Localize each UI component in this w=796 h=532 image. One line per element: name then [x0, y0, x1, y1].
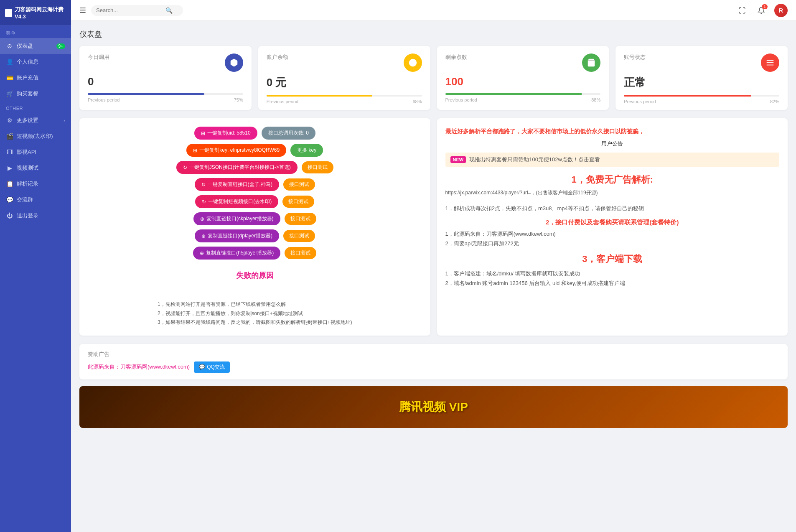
card-header: 账户余额	[267, 53, 422, 72]
tool-row-ckplayer: ⊕ 复制直链接口(ckplayer播放器) 接口测试	[193, 212, 316, 225]
prev-pct: 75%	[234, 97, 243, 102]
avatar[interactable]: R	[774, 4, 788, 17]
point2-1: 1，此源码来自：刀客源码网(www.dkewl.com)	[445, 229, 780, 239]
copy-uid-button[interactable]: ⊞ 一键复制uid: 58510	[194, 127, 257, 140]
test-json-api-button[interactable]: 接口测试	[302, 161, 333, 173]
test-direct-link-button[interactable]: 接口测试	[283, 178, 315, 191]
card-header: 账号状态	[624, 53, 779, 72]
topbar-right: 1 R	[736, 4, 788, 17]
logo-icon	[5, 9, 12, 17]
qq-group-icon: 💬	[6, 196, 13, 204]
sidebar-item-profile[interactable]: 👤 个人信息	[0, 54, 71, 70]
panels-row: ⊞ 一键复制uid: 58510 接口总调用次数: 0 ⊞ 一键复制key: e…	[79, 118, 788, 336]
chevron-right-icon: ›	[64, 118, 65, 123]
tool-row-h5player: ⊕ 复制直链接口(h5player播放器) 接口测试	[193, 247, 316, 260]
card-footer: Previous period 88%	[445, 97, 601, 102]
api-times-button[interactable]: 接口总调用次数: 0	[262, 127, 315, 140]
sidebar-item-movie-api[interactable]: 🎞 影视API	[0, 144, 71, 160]
prev-period-label: Previous period	[445, 97, 477, 102]
prev-period-label: Previous period	[624, 99, 656, 104]
progress-bar-bg	[445, 93, 601, 95]
sidebar-item-qq-group[interactable]: 💬 交流群	[0, 192, 71, 208]
test-watermark-button[interactable]: 接口测试	[282, 196, 314, 208]
failure-item-2: 2，视频能打开，且官方能播放，则你复制json接口+视频地址测试	[158, 309, 352, 318]
stats-grid: 今日调用 0 Previous period 75% 账户余额	[79, 46, 788, 110]
sidebar-item-label: 账户充值	[17, 74, 38, 81]
user-notice: 用户公告	[445, 140, 780, 148]
sidebar-item-label: 退出登录	[17, 212, 38, 219]
notification-icon[interactable]: 1	[755, 4, 768, 17]
expand-icon[interactable]	[736, 4, 748, 17]
sidebar-item-dashboard[interactable]: ⊙ 仪表盘 9+	[0, 38, 71, 54]
sidebar-item-label: 视频测试	[17, 164, 38, 172]
tool-row-key: ⊞ 一键复制key: efnprstvwy8lOQRW69 更换 key	[186, 144, 323, 157]
sidebar-item-label: 短视频(去水印)	[17, 132, 53, 140]
section3-title: 3，客户端下载	[445, 253, 780, 265]
notification-badge: 1	[762, 4, 768, 9]
progress-bar-fill	[445, 93, 582, 95]
direct-link-test: 接口测试	[289, 181, 309, 187]
point3-2: 2，域名/admin 账号admin 123456 后台输入 uid 和key,…	[445, 278, 780, 288]
search-input[interactable]	[96, 7, 163, 13]
copy-json-api-button[interactable]: ↻ 一键复制JSON接口(计费平台对接接口->首选)	[176, 161, 298, 174]
test-h5player-button[interactable]: 接口测试	[285, 247, 316, 259]
video-test-icon: ▶	[6, 164, 13, 172]
json-api-label: 一键复制JSON接口(计费平台对接接口->首选)	[189, 164, 291, 171]
sidebar-item-label: 更多设置	[17, 117, 38, 124]
sidebar-item-video-test[interactable]: ▶ 视频测试	[0, 160, 71, 176]
dplayer-label: 复制直链接口(dplayer播放器)	[208, 232, 272, 239]
movie-api-icon: 🎞	[6, 148, 13, 156]
failure-item-1: 1，先检测网站打开是否有资源，已经下线或者禁用怎么解	[158, 300, 352, 309]
progress-bar-fill	[88, 93, 204, 95]
sidebar-item-buy-package[interactable]: 🛒 购买套餐	[0, 86, 71, 102]
sidebar-item-parse-log[interactable]: 📋 解析记录	[0, 176, 71, 192]
topbar: ☰ 🔍 1 R	[71, 0, 796, 21]
card-footer: Previous period 75%	[88, 97, 243, 102]
copy-watermark-button[interactable]: ↻ 一键复制短视频接口(去水印)	[195, 195, 278, 208]
sidebar-item-label: 影视API	[17, 148, 36, 156]
card-header: 剩余点数	[445, 53, 601, 72]
progress-bar-fill	[624, 95, 751, 97]
stat-card-balance: 账户余额 0 元 Previous period 68%	[258, 46, 430, 110]
qq-group-button[interactable]: 💬 QQ交流	[194, 361, 230, 373]
sidebar-item-recharge[interactable]: 💳 账户充值	[0, 70, 71, 86]
sidebar-item-more-settings[interactable]: ⚙ 更多设置 ›	[0, 112, 71, 128]
prev-pct: 68%	[412, 99, 422, 104]
copy-ckplayer-button[interactable]: ⊕ 复制直链接口(ckplayer播放器)	[193, 212, 280, 225]
replace-key-button[interactable]: 更换 key	[290, 144, 323, 157]
dplayer-test: 接口测试	[289, 233, 309, 239]
card-icon	[761, 53, 779, 72]
progress-bar-bg	[267, 95, 422, 97]
copy-h5player-button[interactable]: ⊕ 复制直链接口(h5player播放器)	[193, 247, 280, 260]
sidebar-item-logout[interactable]: ⏻ 退出登录	[0, 208, 71, 224]
copy-dplayer-button[interactable]: ⊕ 复制直链接口(dplayer播放器)	[195, 229, 279, 242]
new-badge-row: NEW 现推出特惠套餐只需赞助100元便102w点数！点击查看	[445, 153, 780, 167]
new-badge: NEW	[450, 156, 466, 163]
sidebar-item-short-video[interactable]: 🎬 短视频(去水印)	[0, 128, 71, 144]
sidebar-item-label: 个人信息	[17, 58, 38, 66]
failure-list: 1，先检测网站打开是否有资源，已经下线或者禁用怎么解 2，视频能打开，且官方能播…	[158, 300, 352, 327]
copy-direct-link-button[interactable]: ↻ 一键复制直链接口(盒子,神马)	[195, 178, 279, 191]
hamburger-icon[interactable]: ☰	[79, 6, 86, 15]
section1-title: 1，免费无广告解析:	[445, 173, 780, 186]
test-ckplayer-button[interactable]: 接口测试	[285, 213, 316, 225]
search-icon: 🔍	[165, 7, 173, 14]
progress-bar-fill	[267, 95, 372, 97]
grid2-icon: ⊞	[193, 148, 197, 153]
card-label: 账户余额	[267, 53, 288, 61]
sidebar-item-label: 仪表盘	[17, 42, 33, 50]
test-dplayer-button[interactable]: 接口测试	[283, 230, 315, 242]
copy-key-button[interactable]: ⊞ 一键复制key: efnprstvwy8lOQRW69	[186, 144, 286, 157]
ckplayer-test: 接口测试	[290, 216, 310, 221]
refresh3-icon: ↻	[202, 199, 206, 205]
sponsor-link[interactable]: 此源码来自：刀客源码网(www.dkewl.com)	[88, 363, 190, 371]
tool-row-uid: ⊞ 一键复制uid: 58510 接口总调用次数: 0	[194, 127, 315, 140]
point1: 1，解析成功每次扣2点，失败不扣点，m3u8、mp4等不扣点，请保管好自己的秘钥	[445, 204, 780, 213]
key-label: 一键复制key: efnprstvwy8lOQRW69	[199, 147, 280, 154]
watermark-label: 一键复制短视频接口(去水印)	[208, 198, 272, 205]
vip-logo: 腾讯视频 VIP	[399, 399, 468, 415]
dashboard-badge: 9+	[56, 43, 65, 49]
prev-pct: 88%	[591, 97, 600, 102]
progress-bar-bg	[88, 93, 243, 95]
card-header: 今日调用	[88, 53, 243, 72]
